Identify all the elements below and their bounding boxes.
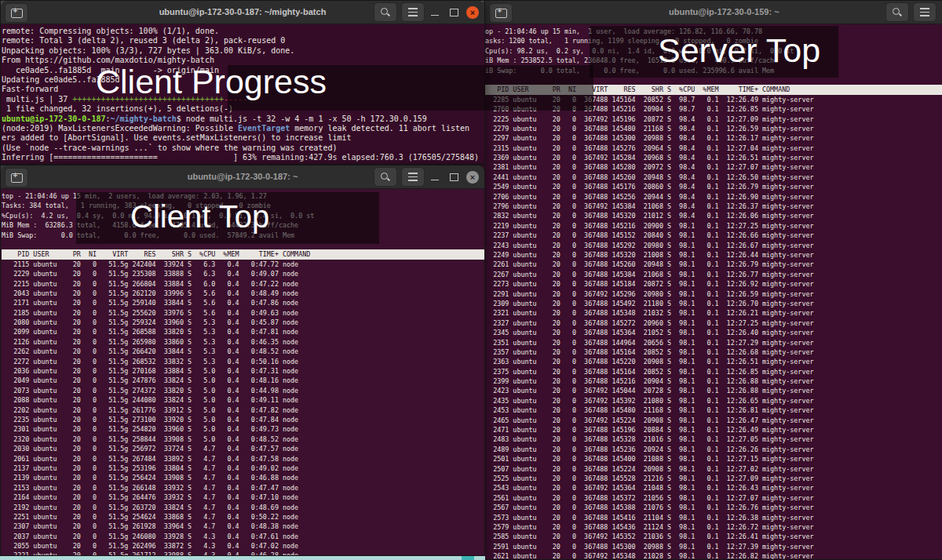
process-row: 2327 ubuntu 20 0 367488 145272 20960 S 9… (481, 318, 942, 328)
window-title: ubuntu@ip-172-30-0-187: ~/mighty-batch (159, 1, 327, 24)
process-row: 2567 ubuntu 20 0 367488 145388 21076 S 9… (481, 503, 942, 512)
search-button[interactable] (885, 2, 909, 22)
process-row: 2099 ubuntu 20 0 51.5g 268588 33820 S 5.… (2, 327, 484, 336)
process-row: 2164 ubuntu 20 0 51.5g 264476 33932 S 4.… (2, 493, 484, 502)
maximize-button[interactable] (445, 1, 462, 24)
process-row: 2036 ubuntu 20 0 51.5g 270168 33884 S 5.… (2, 366, 484, 376)
process-row: 2251 ubuntu 20 0 51.5g 254624 33868 S 4.… (2, 512, 484, 522)
process-row: 2301 ubuntu 20 0 51.5g 254820 33960 S 5.… (2, 424, 484, 434)
process-row: 2030 ubuntu 20 0 51.5g 256972 33724 S 4.… (2, 444, 484, 453)
search-icon (380, 172, 391, 183)
terminal-line: ubuntu@ip-172-30-0-187:~/mighty-batch$ n… (2, 115, 484, 124)
hamburger-menu-icon (920, 8, 929, 16)
menu-button[interactable] (401, 167, 425, 187)
process-row: 2080 ubuntu 20 0 51.5g 259324 33960 S 5.… (2, 318, 484, 327)
client-top-overlay-label: Client Top (130, 199, 269, 235)
maximize-button[interactable] (445, 165, 462, 188)
process-row: 2309 ubuntu 20 0 367488 145492 21180 S 9… (481, 299, 942, 308)
titlebar[interactable]: ubuntu@ip-172-30-0-187: ~/mighty-batch × (1, 1, 484, 24)
minimize-button[interactable] (426, 165, 444, 188)
desktop: ubuntu@ip-172-30-0-159: ~ × top - 21:04:… (0, 0, 942, 560)
close-icon: × (466, 171, 479, 184)
process-row: 2243 ubuntu 20 0 367488 145292 20980 S 9… (481, 241, 942, 250)
titlebar[interactable]: ubuntu@ip-172-30-0-187: ~ × (1, 165, 484, 189)
process-row: 2279 ubuntu 20 0 367488 145480 21168 S 9… (481, 124, 942, 133)
hamburger-menu-icon (408, 173, 418, 181)
close-button[interactable]: × (464, 165, 481, 188)
process-row: 2273 ubuntu 20 0 367488 145184 20872 S 9… (481, 279, 942, 289)
process-row: 2573 ubuntu 20 0 367488 145416 21104 S 9… (481, 513, 942, 522)
process-row: 2037 ubuntu 20 0 51.5g 246080 33928 S 4.… (2, 532, 484, 541)
process-row: 2061 ubuntu 20 0 51.5g 267484 33892 S 4.… (2, 454, 484, 464)
process-row: 2441 ubuntu 20 0 367488 145260 20948 S 9… (481, 173, 942, 182)
minimize-icon (431, 180, 439, 181)
process-row: 2126 ubuntu 20 0 51.5g 265980 33860 S 5.… (2, 337, 484, 347)
process-row: 2115 ubuntu 20 0 51.5g 242404 33924 S 6.… (2, 260, 484, 269)
process-row: 2139 ubuntu 20 0 51.5g 256424 33908 S 4.… (2, 473, 484, 482)
terminal-line: (Use `node --trace-warnings ...` to show… (2, 144, 484, 153)
terminal-line: (node:2019) MaxListenersExceededWarning:… (2, 124, 484, 133)
process-row: 2049 ubuntu 20 0 51.5g 247876 33824 S 5.… (2, 376, 484, 385)
new-tab-icon (11, 9, 23, 18)
window-title: ubuntu@ip-172-30-0-187: ~ (188, 165, 298, 188)
process-row: 2237 ubuntu 20 0 367488 145152 20840 S 9… (481, 231, 942, 240)
new-tab-button[interactable] (5, 3, 28, 23)
process-row: 2435 ubuntu 20 0 367492 145392 21080 S 9… (481, 396, 942, 405)
process-row: 2202 ubuntu 20 0 51.5g 261776 33912 S 5.… (2, 405, 484, 415)
minimize-icon (431, 15, 439, 16)
minimize-button[interactable] (938, 1, 942, 24)
process-row: 2483 ubuntu 20 0 367488 145328 21016 S 9… (481, 435, 942, 444)
process-row: 2525 ubuntu 20 0 367488 145528 21216 S 9… (481, 474, 942, 483)
process-row: 2591 ubuntu 20 0 367488 145300 20988 S 9… (481, 542, 942, 551)
menu-button[interactable] (913, 2, 937, 22)
process-row: 2219 ubuntu 20 0 367488 145216 20900 S 9… (481, 221, 942, 231)
terminal-line: ers added to [AbortSignal]. Use events.s… (2, 133, 484, 143)
menu-button[interactable] (401, 2, 425, 22)
minimize-button[interactable] (426, 1, 444, 24)
server-top-overlay-label: Server Top (658, 31, 820, 70)
process-row: 2088 ubuntu 20 0 51.5g 244080 33824 S 5.… (2, 395, 484, 405)
process-row: 2345 ubuntu 20 0 367488 145364 21052 S 9… (481, 328, 942, 337)
process-row: 2585 ubuntu 20 0 367492 145352 21036 S 9… (481, 532, 942, 541)
titlebar[interactable]: ubuntu@ip-172-30-0-159: ~ × (480, 1, 942, 24)
process-row: 2297 ubuntu 20 0 367488 145300 20988 S 9… (481, 133, 942, 143)
search-button[interactable] (374, 2, 397, 22)
process-row: 2262 ubuntu 20 0 51.5g 266420 33844 S 5.… (2, 347, 484, 356)
process-row: 2549 ubuntu 20 0 367488 145176 20860 S 9… (481, 182, 942, 191)
window-title: ubuntu@ip-172-30-0-159: ~ (669, 1, 780, 24)
terminal-line: Inferring [====================== ] 63% … (2, 153, 484, 162)
process-row: 2507 ubuntu 20 0 367488 145224 20908 S 9… (481, 464, 942, 474)
background-window-strip-accent (462, 556, 474, 560)
process-row: 2320 ubuntu 20 0 51.5g 258844 33908 S 5.… (2, 435, 484, 444)
process-row: 2621 ubuntu 20 0 367492 145348 21028 S 9… (481, 551, 942, 559)
process-row: 2261 ubuntu 20 0 367488 145260 20948 S 9… (481, 260, 942, 269)
process-row: 2267 ubuntu 20 0 367488 145384 21068 S 9… (481, 270, 942, 279)
terminal-line: Unpacking objects: 100% (3/3), 727 bytes… (2, 46, 484, 56)
maximize-icon (450, 173, 458, 181)
process-row: 2185 ubuntu 20 0 51.5g 255620 33976 S 5.… (2, 308, 484, 318)
process-row: 2153 ubuntu 20 0 51.5g 266148 33932 S 4.… (2, 483, 484, 493)
search-icon (892, 7, 903, 18)
process-row: 2706 ubuntu 20 0 367488 145256 20944 S 9… (481, 192, 942, 202)
new-tab-button[interactable] (489, 3, 513, 23)
process-table: 2285 ubuntu 20 0 367488 145164 20852 S 9… (481, 95, 942, 559)
process-row: 2369 ubuntu 20 0 367492 145284 20968 S 9… (481, 153, 942, 162)
process-row: 2307 ubuntu 20 0 51.5g 261928 33964 S 4.… (2, 522, 484, 531)
close-button[interactable]: × (464, 1, 481, 24)
table-header: PID USER PR NI VIRT RES SHR S %CPU %MEM … (2, 249, 484, 259)
process-row: 2399 ubuntu 20 0 367488 145216 20904 S 9… (481, 376, 942, 386)
process-row: 2796 ubuntu 20 0 367492 145384 21068 S 9… (481, 202, 942, 211)
process-row: 2489 ubuntu 20 0 367488 145236 20924 S 9… (481, 445, 942, 454)
process-row: 2291 ubuntu 20 0 367492 145296 20980 S 9… (481, 289, 942, 299)
process-row: 2579 ubuntu 20 0 367488 145436 21124 S 9… (481, 522, 942, 532)
process-row: 2221 ubuntu 20 0 51.5g 261712 33988 S 4.… (2, 551, 484, 555)
search-button[interactable] (374, 167, 397, 187)
process-row: 2465 ubuntu 20 0 367492 145224 20908 S 9… (481, 416, 942, 425)
terminal-output[interactable]: top - 21:04:46 up 15 min, 2 users, load … (1, 189, 484, 555)
process-row: 2272 ubuntu 20 0 51.5g 268532 33832 S 5.… (2, 357, 484, 366)
process-row: 2423 ubuntu 20 0 367492 145044 20728 S 9… (481, 386, 942, 395)
new-tab-icon (11, 173, 23, 183)
process-row: 2561 ubuntu 20 0 367488 145372 21056 S 9… (481, 493, 942, 503)
new-tab-button[interactable] (5, 168, 28, 187)
close-icon: × (466, 6, 479, 19)
